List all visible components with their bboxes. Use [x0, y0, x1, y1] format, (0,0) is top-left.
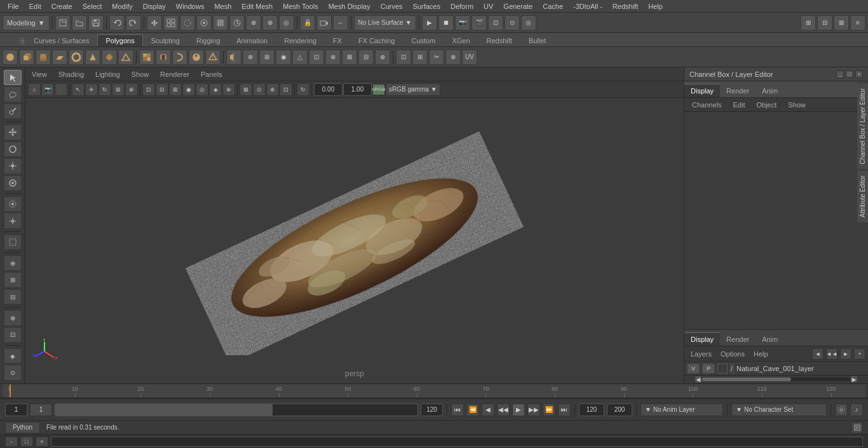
- render-btn4[interactable]: 🎬: [471, 15, 487, 31]
- layers-help-menu[interactable]: Help: [750, 349, 772, 359]
- snap-point-tool[interactable]: ⊗: [4, 310, 22, 325]
- region-select-tool[interactable]: [4, 234, 22, 250]
- poly-cone-btn[interactable]: [85, 50, 100, 65]
- uv-layout-btn[interactable]: ⊞: [412, 50, 428, 65]
- footer-maximize[interactable]: □: [20, 437, 33, 447]
- layout-btn3[interactable]: ⊠: [834, 15, 849, 31]
- multi-cut-tool[interactable]: ⊕: [4, 255, 22, 271]
- menu-windows[interactable]: Windows: [171, 1, 210, 11]
- 3d-viewport[interactable]: X Y Z persp: [25, 98, 684, 383]
- paint-select-tool[interactable]: [4, 104, 22, 119]
- menu-edit-mesh[interactable]: Edit Mesh: [236, 1, 278, 11]
- tab-custom[interactable]: Custom: [403, 34, 444, 46]
- current-frame-marker[interactable]: [10, 384, 11, 397]
- vp-gamma-toggle[interactable]: sRGB: [372, 84, 385, 95]
- rotate-tool[interactable]: [4, 142, 22, 157]
- menu-edit[interactable]: Edit: [24, 1, 46, 11]
- render-btn3[interactable]: 📷: [455, 15, 470, 31]
- cb-show-menu[interactable]: Show: [783, 100, 811, 110]
- vp-rotate-btn[interactable]: ↻: [98, 83, 111, 96]
- tab-animation[interactable]: Animation: [228, 34, 276, 46]
- pipe-btn[interactable]: [156, 50, 171, 65]
- vp-cam1-btn[interactable]: 📷: [41, 83, 54, 96]
- vp-manip-btn[interactable]: ⊕: [125, 83, 138, 96]
- snap-btn2[interactable]: ⊗: [262, 15, 278, 31]
- view-menu[interactable]: View: [29, 69, 50, 79]
- vp-scale-btn[interactable]: ⊞: [112, 83, 125, 96]
- menu-surfaces[interactable]: Surfaces: [408, 1, 445, 11]
- soccer-btn[interactable]: [189, 50, 204, 65]
- layer-tab-render[interactable]: Render: [720, 333, 756, 346]
- layer-scroll-track[interactable]: [702, 377, 850, 381]
- cb-channels-menu[interactable]: Channels: [687, 100, 726, 110]
- uv-sew-btn[interactable]: ⊗: [445, 50, 461, 65]
- render-btn2[interactable]: ⏹: [438, 15, 454, 31]
- smooth-btn[interactable]: ◉: [276, 50, 291, 65]
- tab-settings-icon[interactable]: [19, 36, 24, 46]
- vp-light-btn[interactable]: ◎: [196, 83, 208, 96]
- range-start-input[interactable]: [579, 404, 604, 416]
- extrude-tool[interactable]: ⊞: [4, 272, 22, 287]
- uv-unfold-btn[interactable]: ⊡: [396, 50, 411, 65]
- render-btn5[interactable]: ⊡: [488, 15, 503, 31]
- shading-menu[interactable]: Shading: [56, 69, 86, 79]
- redo-btn[interactable]: [126, 15, 141, 31]
- layout-btn4[interactable]: ≡: [850, 15, 865, 31]
- menu-cache[interactable]: Cache: [538, 1, 568, 11]
- cb-object-menu[interactable]: Object: [751, 100, 782, 110]
- vp-value-input1[interactable]: [314, 83, 342, 96]
- vp-isolate-btn[interactable]: ⊕: [266, 83, 279, 96]
- layer-add-btn[interactable]: ◄: [812, 348, 824, 360]
- menu-mesh[interactable]: Mesh: [209, 1, 236, 11]
- cb-edit-menu[interactable]: Edit: [728, 100, 750, 110]
- lock-btn[interactable]: 🔒: [300, 15, 315, 31]
- channel-box-tab-label[interactable]: Channel Box / Layer Editor: [857, 83, 868, 170]
- history-btn[interactable]: [229, 15, 245, 31]
- tab-curves-surfaces[interactable]: Curves / Surfaces: [25, 34, 97, 46]
- layer-visibility-btn[interactable]: V: [687, 363, 700, 374]
- poly-disk-btn[interactable]: [102, 50, 117, 65]
- time-range-slider[interactable]: [55, 404, 418, 416]
- menu-mesh-display[interactable]: Mesh Display: [323, 1, 376, 11]
- anim-layer-dropdown[interactable]: ▼ No Anim Layer: [641, 404, 723, 416]
- vp-shadow-btn[interactable]: ◈: [209, 83, 222, 96]
- uv-cut-btn[interactable]: ✂: [429, 50, 444, 65]
- platonic-btn[interactable]: [205, 50, 220, 65]
- layer-scroll-thumb[interactable]: [702, 377, 791, 381]
- vp-ao-btn[interactable]: ⊗: [222, 83, 235, 96]
- pb-settings-btn[interactable]: [835, 404, 848, 416]
- pb-play-back-btn[interactable]: ◀◀: [497, 404, 510, 416]
- layer-tab-anim[interactable]: Anim: [756, 333, 784, 346]
- poly-cyl-btn[interactable]: [36, 50, 51, 65]
- fill-hole-btn[interactable]: ⊗: [325, 50, 341, 65]
- boolean-btn[interactable]: ⊕: [243, 50, 258, 65]
- pb-play-fwd-btn[interactable]: ▶: [512, 404, 525, 416]
- vp-poly-mode-btn[interactable]: ⊡: [142, 83, 155, 96]
- pb-step-back-btn[interactable]: ⏪: [466, 404, 479, 416]
- lighting-menu[interactable]: Lighting: [93, 69, 123, 79]
- vp-home-btn[interactable]: ⌂: [28, 83, 41, 96]
- measure-tool[interactable]: ◈: [4, 348, 22, 363]
- pb-next-frame-btn[interactable]: ▶▶: [527, 404, 540, 416]
- footer-close[interactable]: ×: [36, 437, 48, 447]
- reduce-btn[interactable]: ⊠: [342, 50, 357, 65]
- menu-curves[interactable]: Curves: [376, 1, 408, 11]
- show-manip-tool[interactable]: [4, 213, 22, 228]
- menu-display[interactable]: Display: [138, 1, 171, 11]
- render-btn1[interactable]: ▶: [422, 15, 437, 31]
- vp-select-btn[interactable]: ↖: [72, 83, 85, 96]
- vp-backface-btn[interactable]: ⊠: [240, 83, 252, 96]
- layers-options-menu[interactable]: Options: [717, 349, 749, 359]
- select-tool[interactable]: [4, 70, 22, 85]
- transform-btn[interactable]: [147, 15, 162, 31]
- lasso-tool[interactable]: [4, 86, 22, 102]
- menu-deform[interactable]: Deform: [445, 1, 478, 11]
- snap-point-btn[interactable]: ⊕: [246, 15, 261, 31]
- renderer-menu[interactable]: Renderer: [158, 69, 192, 79]
- layer-back-btn[interactable]: ◄◄: [826, 348, 837, 360]
- cb-tab-render[interactable]: Render: [720, 85, 756, 97]
- move-tool[interactable]: [4, 125, 22, 140]
- panels-menu[interactable]: Panels: [198, 69, 225, 79]
- poly-cube-btn[interactable]: [19, 50, 34, 65]
- render-btn7[interactable]: ◎: [521, 15, 536, 31]
